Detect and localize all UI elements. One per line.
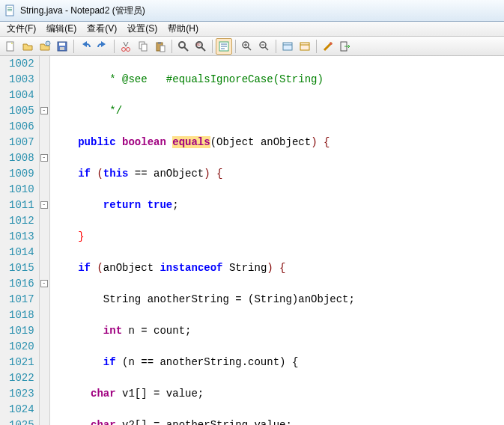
save-icon[interactable] [54,38,70,55]
separator [316,40,317,53]
menu-view[interactable]: 查看(V) [82,22,122,36]
zoom-in-icon[interactable] [239,38,255,55]
line-number: 1015 [9,260,34,276]
wordwrap-icon[interactable] [216,38,232,55]
svg-point-11 [127,47,130,51]
paste-icon[interactable] [152,38,168,55]
svg-point-17 [179,42,185,48]
fold-toggle-icon[interactable]: - [40,280,48,287]
line-number: 1006 [9,119,34,135]
line-number: 1010 [9,182,34,198]
svg-line-27 [248,47,251,50]
line-number: 1020 [9,339,34,355]
svg-rect-8 [59,43,65,46]
open-icon[interactable] [19,38,36,55]
line-number: 1008 [9,150,34,166]
redo-icon[interactable] [94,38,111,55]
svg-line-20 [201,47,205,51]
code-comment: */ [109,105,122,117]
line-number-gutter: 1002100310041005100610071008100910101011… [0,56,40,425]
zoom-out-icon[interactable] [256,38,273,55]
line-number: 1002 [9,56,34,72]
line-number: 1004 [9,88,34,103]
svg-line-18 [184,47,188,51]
find-icon[interactable] [175,38,192,55]
menu-help[interactable]: 帮助(H) [163,22,204,36]
line-number: 1018 [9,308,34,323]
copy-icon[interactable] [135,38,151,55]
line-number: 1013 [9,229,34,245]
customize-icon[interactable] [297,38,313,55]
svg-line-31 [265,47,268,50]
line-number: 1012 [9,213,34,229]
exit-icon[interactable] [337,38,353,55]
separator [276,40,276,53]
svg-rect-9 [60,47,64,50]
menu-settings[interactable]: 设置(S) [122,22,163,36]
scheme-icon[interactable] [279,38,296,55]
svg-rect-3 [7,10,12,11]
svg-point-10 [122,47,126,51]
line-number: 1003 [9,72,34,88]
window-title: String.java - Notepad2 (管理员) [20,4,145,17]
syntax-icon[interactable] [320,38,336,55]
line-number: 1024 [9,402,34,418]
fold-toggle-icon[interactable]: - [40,154,48,162]
highlighted-method: equals [172,136,210,148]
svg-rect-13 [142,44,147,51]
svg-rect-2 [7,9,12,10]
menu-edit[interactable]: 编辑(E) [41,22,82,36]
app-icon [4,4,16,16]
fold-column[interactable]: ---- [40,56,50,425]
editor[interactable]: 1002100310041005100610071008100910101011… [0,56,504,425]
line-number: 1017 [9,292,34,308]
separator [212,40,213,53]
svg-rect-16 [160,46,165,52]
replace-icon[interactable]: ab [192,38,209,55]
code-area[interactable]: * @see #equalsIgnoreCase(String) */ publ… [50,56,504,425]
menu-file[interactable]: 文件(F) [1,22,41,36]
new-icon[interactable] [2,38,19,55]
line-number: 1025 [9,418,34,425]
fold-toggle-icon[interactable]: - [40,201,48,209]
titlebar: String.java - Notepad2 (管理员) [0,0,504,22]
line-number: 1016 [9,276,34,292]
separator [171,40,172,53]
line-number: 1007 [9,135,34,150]
line-number: 1005 [9,103,34,119]
line-number: 1009 [9,166,34,182]
svg-point-6 [46,41,50,46]
svg-rect-33 [283,43,292,50]
svg-rect-1 [7,7,12,8]
code-comment: * @see #equalsIgnoreCase(String) [109,73,324,85]
history-icon[interactable] [37,38,53,55]
toolbar: ab [0,37,504,56]
line-number: 1019 [9,323,34,339]
menubar: 文件(F) 编辑(E) 查看(V) 设置(S) 帮助(H) [0,22,504,37]
line-number: 1023 [9,386,34,402]
line-number: 1022 [9,370,34,386]
svg-rect-35 [300,43,309,50]
line-number: 1014 [9,245,34,260]
fold-toggle-icon[interactable]: - [40,107,48,114]
svg-text:ab: ab [196,42,201,46]
separator [235,40,236,53]
separator [73,40,74,53]
svg-rect-15 [158,42,161,44]
line-number: 1011 [9,198,34,213]
matched-brace: } [78,230,84,242]
undo-icon[interactable] [77,38,94,55]
line-number: 1021 [9,355,34,370]
separator [114,40,115,53]
cut-icon[interactable] [118,38,134,55]
